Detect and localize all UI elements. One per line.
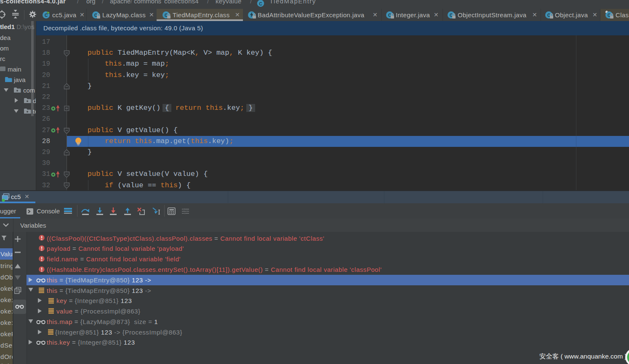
svg-text:C: C <box>259 1 262 6</box>
